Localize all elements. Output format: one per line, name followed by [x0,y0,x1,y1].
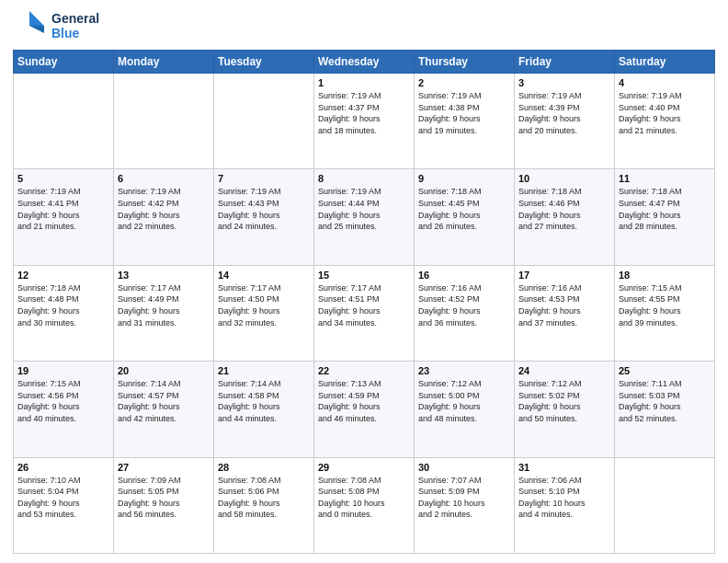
day-info: Sunrise: 7:07 AM Sunset: 5:09 PM Dayligh… [418,475,510,521]
svg-marker-2 [29,26,44,33]
calendar-cell: 31Sunrise: 7:06 AM Sunset: 5:10 PM Dayli… [515,457,615,553]
day-info: Sunrise: 7:15 AM Sunset: 4:56 PM Dayligh… [17,378,109,424]
calendar-cell: 24Sunrise: 7:12 AM Sunset: 5:02 PM Dayli… [515,362,615,457]
calendar-cell: 25Sunrise: 7:11 AM Sunset: 5:03 PM Dayli… [615,362,715,457]
svg-marker-1 [29,11,44,26]
calendar-header-friday: Friday [515,51,615,74]
day-number: 11 [619,173,711,184]
day-number: 16 [418,270,510,281]
day-info: Sunrise: 7:16 AM Sunset: 4:52 PM Dayligh… [418,282,510,328]
day-info: Sunrise: 7:19 AM Sunset: 4:41 PM Dayligh… [17,186,109,232]
calendar-cell: 10Sunrise: 7:18 AM Sunset: 4:46 PM Dayli… [515,169,615,265]
day-info: Sunrise: 7:06 AM Sunset: 5:10 PM Dayligh… [518,475,610,521]
day-info: Sunrise: 7:19 AM Sunset: 4:44 PM Dayligh… [318,186,410,232]
day-number: 24 [518,365,610,376]
calendar-cell: 8Sunrise: 7:19 AM Sunset: 4:44 PM Daylig… [314,169,415,265]
calendar-week-row: 12Sunrise: 7:18 AM Sunset: 4:48 PM Dayli… [14,265,715,361]
day-info: Sunrise: 7:18 AM Sunset: 4:48 PM Dayligh… [17,282,109,328]
calendar-cell: 18Sunrise: 7:15 AM Sunset: 4:55 PM Dayli… [615,265,715,361]
day-number: 9 [418,173,510,184]
calendar-cell: 26Sunrise: 7:10 AM Sunset: 5:04 PM Dayli… [14,457,114,553]
calendar-cell: 9Sunrise: 7:18 AM Sunset: 4:45 PM Daylig… [415,169,515,265]
calendar-cell: 2Sunrise: 7:19 AM Sunset: 4:38 PM Daylig… [415,74,515,169]
calendar-header-thursday: Thursday [415,51,515,74]
day-info: Sunrise: 7:19 AM Sunset: 4:37 PM Dayligh… [318,90,410,136]
calendar-cell: 19Sunrise: 7:15 AM Sunset: 4:56 PM Dayli… [14,362,114,457]
calendar-header-row: SundayMondayTuesdayWednesdayThursdayFrid… [14,51,715,74]
day-number: 12 [17,270,109,281]
calendar-cell: 14Sunrise: 7:17 AM Sunset: 4:50 PM Dayli… [214,265,314,361]
day-info: Sunrise: 7:12 AM Sunset: 5:02 PM Dayligh… [518,378,610,424]
day-number: 26 [17,462,109,473]
day-info: Sunrise: 7:08 AM Sunset: 5:06 PM Dayligh… [218,475,310,521]
calendar-cell: 12Sunrise: 7:18 AM Sunset: 4:48 PM Dayli… [14,265,114,361]
day-number: 22 [318,365,410,376]
page-header: GeneralBlue [13,9,715,42]
calendar-cell: 15Sunrise: 7:17 AM Sunset: 4:51 PM Dayli… [314,265,415,361]
logo-general-text: General [51,11,99,26]
day-info: Sunrise: 7:17 AM Sunset: 4:49 PM Dayligh… [118,282,210,328]
day-info: Sunrise: 7:13 AM Sunset: 4:59 PM Dayligh… [318,378,410,424]
day-number: 10 [518,173,610,184]
day-info: Sunrise: 7:19 AM Sunset: 4:40 PM Dayligh… [619,90,711,136]
day-number: 5 [17,173,109,184]
calendar-cell: 21Sunrise: 7:14 AM Sunset: 4:58 PM Dayli… [214,362,314,457]
calendar-cell: 11Sunrise: 7:18 AM Sunset: 4:47 PM Dayli… [615,169,715,265]
day-info: Sunrise: 7:08 AM Sunset: 5:08 PM Dayligh… [318,475,410,521]
day-info: Sunrise: 7:09 AM Sunset: 5:05 PM Dayligh… [118,475,210,521]
calendar-table: SundayMondayTuesdayWednesdayThursdayFrid… [13,50,715,554]
day-number: 27 [118,462,210,473]
day-info: Sunrise: 7:19 AM Sunset: 4:39 PM Dayligh… [518,90,610,136]
day-number: 20 [118,365,210,376]
calendar-cell: 28Sunrise: 7:08 AM Sunset: 5:06 PM Dayli… [214,457,314,553]
calendar-header-wednesday: Wednesday [314,51,415,74]
day-info: Sunrise: 7:11 AM Sunset: 5:03 PM Dayligh… [619,378,711,424]
day-number: 23 [418,365,510,376]
day-number: 19 [17,365,109,376]
calendar-cell: 29Sunrise: 7:08 AM Sunset: 5:08 PM Dayli… [314,457,415,553]
day-number: 21 [218,365,310,376]
day-info: Sunrise: 7:17 AM Sunset: 4:50 PM Dayligh… [218,282,310,328]
day-number: 2 [418,77,510,88]
day-info: Sunrise: 7:15 AM Sunset: 4:55 PM Dayligh… [619,282,711,328]
day-number: 30 [418,462,510,473]
calendar-cell: 5Sunrise: 7:19 AM Sunset: 4:41 PM Daylig… [14,169,114,265]
day-number: 8 [318,173,410,184]
day-number: 29 [318,462,410,473]
day-info: Sunrise: 7:14 AM Sunset: 4:58 PM Dayligh… [218,378,310,424]
calendar-cell [214,74,314,169]
calendar-week-row: 26Sunrise: 7:10 AM Sunset: 5:04 PM Dayli… [14,457,715,553]
day-number: 14 [218,270,310,281]
calendar-cell: 13Sunrise: 7:17 AM Sunset: 4:49 PM Dayli… [114,265,214,361]
day-number: 3 [518,77,610,88]
day-info: Sunrise: 7:17 AM Sunset: 4:51 PM Dayligh… [318,282,410,328]
calendar-cell [114,74,214,169]
calendar-header-sunday: Sunday [14,51,114,74]
calendar-week-row: 19Sunrise: 7:15 AM Sunset: 4:56 PM Dayli… [14,362,715,457]
logo-blue-text: Blue [51,26,99,40]
day-number: 1 [318,77,410,88]
day-number: 17 [518,270,610,281]
day-number: 28 [218,462,310,473]
day-info: Sunrise: 7:18 AM Sunset: 4:45 PM Dayligh… [418,186,510,232]
calendar-cell: 22Sunrise: 7:13 AM Sunset: 4:59 PM Dayli… [314,362,415,457]
calendar-header-monday: Monday [114,51,214,74]
calendar-cell: 4Sunrise: 7:19 AM Sunset: 4:40 PM Daylig… [615,74,715,169]
day-number: 15 [318,270,410,281]
calendar-cell: 27Sunrise: 7:09 AM Sunset: 5:05 PM Dayli… [114,457,214,553]
day-info: Sunrise: 7:14 AM Sunset: 4:57 PM Dayligh… [118,378,210,424]
calendar-cell: 23Sunrise: 7:12 AM Sunset: 5:00 PM Dayli… [415,362,515,457]
calendar-cell [14,74,114,169]
day-number: 6 [118,173,210,184]
calendar-cell: 1Sunrise: 7:19 AM Sunset: 4:37 PM Daylig… [314,74,415,169]
day-info: Sunrise: 7:10 AM Sunset: 5:04 PM Dayligh… [17,475,109,521]
day-number: 18 [619,270,711,281]
calendar-header-saturday: Saturday [615,51,715,74]
calendar-week-row: 5Sunrise: 7:19 AM Sunset: 4:41 PM Daylig… [14,169,715,265]
day-number: 13 [118,270,210,281]
calendar-week-row: 1Sunrise: 7:19 AM Sunset: 4:37 PM Daylig… [14,74,715,169]
calendar-cell: 6Sunrise: 7:19 AM Sunset: 4:42 PM Daylig… [114,169,214,265]
day-number: 25 [619,365,711,376]
calendar-cell: 3Sunrise: 7:19 AM Sunset: 4:39 PM Daylig… [515,74,615,169]
calendar-cell: 20Sunrise: 7:14 AM Sunset: 4:57 PM Dayli… [114,362,214,457]
